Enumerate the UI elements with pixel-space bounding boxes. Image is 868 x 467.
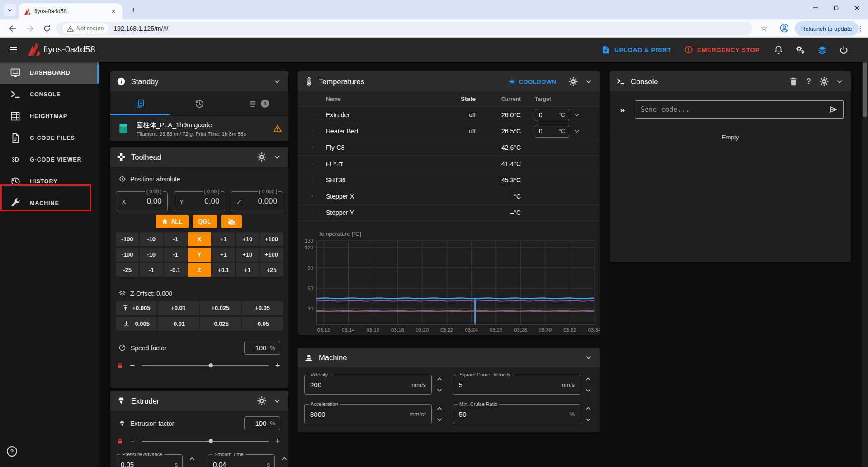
collapse-chevron-icon[interactable]	[584, 353, 594, 362]
collapse-chevron-icon[interactable]	[272, 76, 282, 86]
page-scrollbar[interactable]	[862, 38, 868, 467]
jog-button-y--100[interactable]: -100	[116, 248, 139, 262]
acceleration-decrement-button[interactable]	[434, 415, 444, 424]
security-chip[interactable]: Not secure	[62, 23, 108, 34]
target-temperature-input[interactable]: 0°C	[535, 109, 569, 121]
bookmark-star-icon[interactable]: ☆	[758, 22, 770, 34]
position-field-y[interactable]: [ 0.00 ]Y0.00	[174, 191, 226, 211]
speed-increase-button[interactable]: +	[273, 361, 282, 371]
send-icon[interactable]	[829, 105, 838, 114]
sidebar-item-machine[interactable]: MACHINE	[0, 192, 99, 214]
jog-axis-y[interactable]: Y	[188, 248, 211, 262]
z-offset-down--0.005[interactable]: -0.005	[116, 317, 157, 331]
speed-factor-input[interactable]: 100 %	[244, 341, 280, 355]
extruder-panel-header[interactable]: Extruder	[110, 391, 288, 411]
clear-console-trash-icon[interactable]	[788, 76, 798, 86]
browser-back-button[interactable]	[5, 21, 20, 36]
extrusion-factor-slider[interactable]	[142, 441, 269, 442]
jog-button-z-+1[interactable]: +1	[236, 263, 259, 277]
collapse-chevron-icon[interactable]	[584, 76, 594, 86]
target-preset-dropdown[interactable]	[573, 111, 581, 119]
jog-button-x-+1[interactable]: +1	[212, 232, 235, 246]
sidebar-item-history[interactable]: HISTORY	[0, 171, 99, 192]
settings-gears-button[interactable]	[795, 44, 806, 55]
z-offset-down--0.01[interactable]: -0.01	[158, 317, 199, 331]
extrusion-increase-button[interactable]: +	[273, 436, 282, 446]
emergency-stop-button[interactable]: EMERGENCY STOP	[684, 38, 760, 62]
browser-reload-button[interactable]	[40, 21, 54, 36]
window-close-button[interactable]	[847, 0, 866, 15]
console-panel-header[interactable]: Console ?	[610, 71, 851, 91]
machine-panel-header[interactable]: Machine	[298, 348, 600, 367]
z-offset-up-+0.01[interactable]: +0.01	[158, 301, 199, 315]
address-bar[interactable]: Not secure 192.168.1.125/m/#/	[56, 22, 752, 35]
jog-button-z--0.1[interactable]: -0.1	[164, 263, 187, 277]
square-corner-velocity-increment-button[interactable]	[583, 375, 593, 384]
z-offset-down--0.025[interactable]: -0.025	[200, 317, 241, 331]
sidebar-item-heightmap[interactable]: HEIGHTMAP	[0, 105, 99, 127]
velocity-increment-button[interactable]	[434, 375, 444, 384]
jog-button-z--25[interactable]: -25	[116, 263, 139, 277]
extruder-settings-gear-icon[interactable]	[257, 396, 267, 406]
speed-factor-slider[interactable]	[142, 365, 269, 366]
browser-forward-button[interactable]	[23, 21, 37, 36]
z-offset-up-+0.025[interactable]: +0.025	[200, 301, 241, 315]
jog-button-y-+10[interactable]: +10	[236, 248, 259, 262]
smooth-time-increment-button[interactable]	[279, 454, 288, 463]
jog-button-z--1[interactable]: -1	[140, 263, 163, 277]
upload-print-button[interactable]: UPLOAD & PRINT	[601, 38, 671, 62]
target-preset-dropdown[interactable]	[573, 127, 581, 135]
jog-button-y-+100[interactable]: +100	[260, 248, 283, 262]
notifications-bell-button[interactable]	[773, 44, 784, 55]
smooth-time-decrement-button[interactable]	[279, 465, 288, 467]
cooldown-button[interactable]: COOLDOWN	[509, 78, 557, 85]
jog-button-x--10[interactable]: -10	[140, 232, 163, 246]
collapse-chevron-icon[interactable]	[835, 76, 844, 86]
sidebar-item-console[interactable]: CONSOLE	[0, 84, 99, 105]
motors-off-button[interactable]	[221, 215, 242, 228]
tab-close-icon[interactable]: ×	[109, 7, 118, 15]
tab-current-file[interactable]	[110, 91, 170, 115]
current-file-row[interactable]: 圆柱体_PLA_1h9m.gcode Filament: 23.83 m / 7…	[110, 116, 288, 141]
smooth-time-field[interactable]: Smooth Time 0.04 s	[208, 454, 275, 467]
help-button[interactable]: ?	[7, 446, 17, 457]
jog-button-x-+100[interactable]: +100	[260, 232, 283, 246]
collapse-chevron-icon[interactable]	[272, 152, 282, 162]
console-command-input[interactable]	[641, 105, 824, 114]
browser-menu-button[interactable]: ⋮	[854, 22, 866, 34]
z-offset-down--0.05[interactable]: -0.05	[242, 317, 283, 331]
jog-button-x--100[interactable]: -100	[116, 232, 139, 246]
min-cruise-ratio-field[interactable]: Min. Cruise Ratio50%	[453, 404, 580, 424]
pressure-advance-increment-button[interactable]	[187, 454, 197, 463]
jog-button-y--1[interactable]: -1	[164, 248, 187, 262]
slider-thumb[interactable]	[209, 363, 213, 367]
power-button[interactable]	[838, 44, 849, 55]
window-maximize-button[interactable]	[826, 0, 845, 15]
square-corner-velocity-field[interactable]: Square Corner Velocity5mm/s	[453, 375, 580, 395]
target-temperature-input[interactable]: 0°C	[535, 125, 569, 138]
window-minimize-button[interactable]	[806, 0, 825, 15]
extrusion-decrease-button[interactable]: −	[128, 436, 137, 446]
acceleration-field[interactable]: Acceleration3000mm/s²	[304, 404, 432, 424]
tab-reprint[interactable]	[170, 91, 229, 115]
console-help-button[interactable]: ?	[804, 76, 814, 86]
tab-search-button[interactable]	[4, 4, 16, 16]
pressure-advance-decrement-button[interactable]	[187, 465, 197, 467]
collapse-chevron-icon[interactable]	[272, 396, 282, 406]
relaunch-update-button[interactable]: Relaunch to update	[795, 21, 859, 36]
position-field-z[interactable]: [ 0.000 ]Z0.000	[231, 191, 283, 211]
jog-axis-x[interactable]: X	[188, 232, 211, 246]
square-corner-velocity-decrement-button[interactable]	[583, 386, 593, 395]
jog-axis-z[interactable]: Z	[188, 263, 211, 277]
status-panel-header[interactable]: Standby	[110, 71, 288, 91]
acceleration-increment-button[interactable]	[434, 404, 444, 413]
z-offset-up-+0.05[interactable]: +0.05	[242, 301, 283, 315]
jog-button-x--1[interactable]: -1	[164, 232, 187, 246]
toolhead-panel-header[interactable]: Toolhead	[110, 147, 288, 167]
sidebar-item-g-code-viewer[interactable]: 3DG-CODE VIEWER	[0, 149, 99, 171]
toolhead-settings-gear-icon[interactable]	[257, 152, 267, 162]
jog-button-x-+10[interactable]: +10	[236, 232, 259, 246]
jog-button-y--10[interactable]: -10	[140, 248, 163, 262]
tab-job-queue[interactable]: 0	[229, 91, 288, 115]
min-cruise-ratio-increment-button[interactable]	[583, 404, 593, 413]
